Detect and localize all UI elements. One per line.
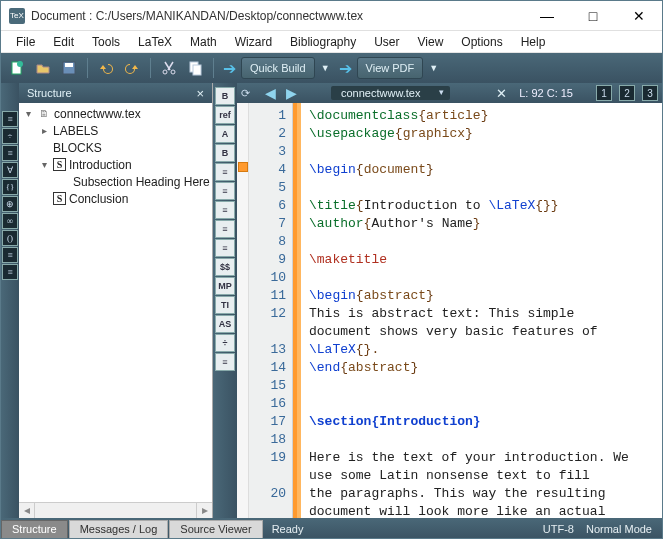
- menu-wizard[interactable]: Wizard: [226, 33, 281, 51]
- mid-btn[interactable]: MP: [215, 277, 235, 295]
- bookmark-icon[interactable]: [238, 162, 248, 172]
- menu-view[interactable]: View: [409, 33, 453, 51]
- cut-icon[interactable]: [157, 56, 181, 80]
- file-tab[interactable]: connectwww.tex: [331, 86, 450, 100]
- mid-btn[interactable]: ≡: [215, 182, 235, 200]
- twist-icon[interactable]: ▾: [23, 108, 34, 119]
- menu-math[interactable]: Math: [181, 33, 226, 51]
- view-arrow-icon[interactable]: ➔: [336, 59, 355, 78]
- viewpdf-dropdown[interactable]: View PDF: [357, 57, 424, 79]
- mid-btn[interactable]: $$: [215, 258, 235, 276]
- sym-btn[interactable]: ∀: [2, 162, 18, 178]
- status-encoding[interactable]: UTF-8: [543, 523, 574, 535]
- line-num[interactable]: [249, 467, 286, 485]
- redo-icon[interactable]: [120, 56, 144, 80]
- mid-btn[interactable]: ≡: [215, 220, 235, 238]
- undo-icon[interactable]: [94, 56, 118, 80]
- line-num[interactable]: 6: [249, 197, 286, 215]
- line-num[interactable]: 17: [249, 413, 286, 431]
- mid-btn[interactable]: ≡: [215, 201, 235, 219]
- menu-tools[interactable]: Tools: [83, 33, 129, 51]
- mid-btn[interactable]: ≡: [215, 353, 235, 371]
- sym-btn[interactable]: ∞: [2, 213, 18, 229]
- viewpdf-dd-icon[interactable]: ▼: [425, 63, 442, 73]
- h-scrollbar[interactable]: ◂ ▸: [19, 502, 212, 518]
- mid-btn[interactable]: ref: [215, 106, 235, 124]
- line-num[interactable]: 9: [249, 251, 286, 269]
- mid-btn[interactable]: A: [215, 125, 235, 143]
- scroll-right-icon[interactable]: ▸: [196, 503, 212, 518]
- line-num[interactable]: 20: [249, 485, 286, 503]
- line-gutter[interactable]: 1 2 3 4 5 6 7 8 9 10 11 12 13 14 15 16 1…: [249, 103, 293, 518]
- sym-btn[interactable]: ≡: [2, 264, 18, 280]
- tree-labels[interactable]: LABELS: [53, 124, 98, 138]
- tree-root[interactable]: connectwww.tex: [54, 107, 141, 121]
- nav-fwd-icon[interactable]: ▶: [284, 85, 299, 101]
- line-num[interactable]: 2: [249, 125, 286, 143]
- quickbuild-dropdown[interactable]: Quick Build: [241, 57, 315, 79]
- mid-btn[interactable]: TI: [215, 296, 235, 314]
- twist-icon[interactable]: ▾: [39, 159, 50, 170]
- sym-btn[interactable]: ≡: [2, 111, 18, 127]
- sym-btn[interactable]: ≡: [2, 145, 18, 161]
- sym-btn[interactable]: (): [2, 230, 18, 246]
- scroll-left-icon[interactable]: ◂: [19, 503, 35, 518]
- run-arrow-icon[interactable]: ➔: [220, 59, 239, 78]
- line-num[interactable]: 18: [249, 431, 286, 449]
- mid-btn[interactable]: ≡: [215, 163, 235, 181]
- tab-messages[interactable]: Messages / Log: [69, 520, 169, 539]
- line-num[interactable]: 16: [249, 395, 286, 413]
- structure-close-icon[interactable]: ×: [196, 86, 204, 101]
- line-num[interactable]: [249, 323, 286, 341]
- sym-btn[interactable]: {}: [2, 179, 18, 195]
- close-button[interactable]: ✕: [616, 1, 662, 31]
- tabnum-1[interactable]: 1: [596, 85, 612, 101]
- menu-latex[interactable]: LaTeX: [129, 33, 181, 51]
- line-num[interactable]: 13: [249, 341, 286, 359]
- menu-user[interactable]: User: [365, 33, 408, 51]
- line-num[interactable]: 5: [249, 179, 286, 197]
- line-num[interactable]: 11: [249, 287, 286, 305]
- menu-options[interactable]: Options: [452, 33, 511, 51]
- mid-btn[interactable]: AS: [215, 315, 235, 333]
- menu-bibliography[interactable]: Bibliography: [281, 33, 365, 51]
- line-num[interactable]: 10: [249, 269, 286, 287]
- bookmark-gutter[interactable]: [237, 103, 249, 518]
- refresh-icon[interactable]: ⟳: [241, 87, 257, 100]
- status-mode[interactable]: Normal Mode: [586, 523, 652, 535]
- sym-btn[interactable]: ≡: [2, 247, 18, 263]
- mid-btn[interactable]: ≡: [215, 239, 235, 257]
- tree-subsection[interactable]: Subsection Heading Here: [73, 175, 210, 189]
- line-num[interactable]: [249, 503, 286, 518]
- line-num[interactable]: 14: [249, 359, 286, 377]
- mid-btn[interactable]: ÷: [215, 334, 235, 352]
- tree-intro[interactable]: Introduction: [69, 158, 132, 172]
- tree-blocks[interactable]: BLOCKS: [53, 141, 102, 155]
- line-num[interactable]: 8: [249, 233, 286, 251]
- tree-conclusion[interactable]: Conclusion: [69, 192, 128, 206]
- menu-file[interactable]: File: [7, 33, 44, 51]
- tabnum-3[interactable]: 3: [642, 85, 658, 101]
- close-file-icon[interactable]: ✕: [490, 86, 513, 101]
- tabnum-2[interactable]: 2: [619, 85, 635, 101]
- line-num[interactable]: 7: [249, 215, 286, 233]
- maximize-button[interactable]: □: [570, 1, 616, 31]
- open-file-icon[interactable]: [31, 56, 55, 80]
- menu-help[interactable]: Help: [512, 33, 555, 51]
- line-num[interactable]: 1: [249, 107, 286, 125]
- nav-back-icon[interactable]: ◀: [263, 85, 278, 101]
- tab-structure[interactable]: Structure: [1, 520, 68, 539]
- save-file-icon[interactable]: [57, 56, 81, 80]
- copy-icon[interactable]: [183, 56, 207, 80]
- tab-source-viewer[interactable]: Source Viewer: [169, 520, 262, 539]
- new-file-icon[interactable]: [5, 56, 29, 80]
- line-num[interactable]: 4: [249, 161, 286, 179]
- mid-btn[interactable]: B: [215, 87, 235, 105]
- menu-edit[interactable]: Edit: [44, 33, 83, 51]
- quickbuild-dd-icon[interactable]: ▼: [317, 63, 334, 73]
- sym-btn[interactable]: ⊕: [2, 196, 18, 212]
- mid-btn[interactable]: B: [215, 144, 235, 162]
- code-text[interactable]: \documentclass{article} \usepackage{grap…: [301, 103, 662, 518]
- line-num[interactable]: 12: [249, 305, 286, 323]
- line-num[interactable]: 3: [249, 143, 286, 161]
